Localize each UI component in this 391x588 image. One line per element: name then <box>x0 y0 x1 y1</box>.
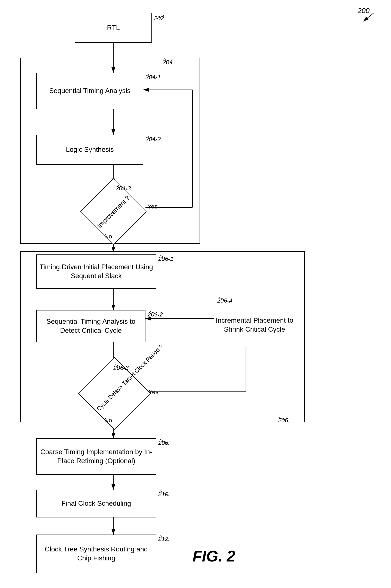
svg-line-17 <box>363 13 374 21</box>
svg-line-28 <box>115 365 126 370</box>
diagram-container: 200 RTL 202 204 Sequential Timing Analys… <box>0 0 391 588</box>
arrow-204-1-ref <box>145 72 158 80</box>
fig-label: FIG. 2 <box>193 547 235 565</box>
sequential-timing-box: Sequential Timing Analysis <box>36 73 143 109</box>
logic-synthesis-box: Logic Synthesis <box>36 135 143 165</box>
svg-line-27 <box>219 297 230 303</box>
svg-line-20 <box>164 58 172 64</box>
seq-timing-detect-box: Sequential Timing Analysis to Detect Cri… <box>36 310 145 342</box>
arrow-212-ref <box>158 533 171 542</box>
svg-line-19 <box>156 15 165 19</box>
cycle-delay-diamond: Cycle Delay> Target Clock Period ? <box>85 363 144 423</box>
arrow-202-ref <box>154 13 167 21</box>
improvement-no-label: No <box>104 233 112 240</box>
cycle-delay-yes-label: Yes <box>149 389 159 396</box>
arrow-204-ref <box>162 56 174 65</box>
arrow-206-4-ref <box>217 295 232 304</box>
arrow-206-2-ref <box>148 309 163 318</box>
coarse-timing-box: Coarse Timing Implementation by In-Place… <box>36 438 156 475</box>
arrow-204-2-ref <box>145 134 158 142</box>
svg-line-22 <box>148 136 156 141</box>
arrow-206-1-ref <box>158 253 173 262</box>
arrow-206-ref <box>276 415 291 423</box>
cycle-delay-no-label: No <box>104 417 112 424</box>
incremental-placement-box: Incremental Placement to Shrink Critical… <box>214 304 295 346</box>
arrow-204-3-ref <box>115 183 130 191</box>
improvement-diamond: Improvement ? <box>86 184 141 240</box>
svg-line-25 <box>160 255 171 261</box>
svg-line-30 <box>160 491 169 496</box>
timing-driven-box: Timing Driven Initial Placement Using Se… <box>36 254 156 289</box>
improvement-yes-label: Yes <box>148 203 157 210</box>
arrow-208-ref <box>158 437 171 446</box>
final-clock-box: Final Clock Scheduling <box>36 490 156 517</box>
svg-line-24 <box>278 417 289 422</box>
arrow-206-3-ref <box>113 362 128 371</box>
svg-line-26 <box>150 311 160 317</box>
svg-line-23 <box>118 185 128 190</box>
arrow-200 <box>357 11 378 23</box>
arrow-210-ref <box>158 489 171 497</box>
rtl-box: RTL <box>75 13 152 43</box>
svg-line-29 <box>160 439 169 445</box>
clock-tree-box: Clock Tree Synthesis Routing and Chip Fi… <box>36 535 156 573</box>
svg-line-21 <box>148 74 156 79</box>
svg-line-31 <box>160 536 169 541</box>
